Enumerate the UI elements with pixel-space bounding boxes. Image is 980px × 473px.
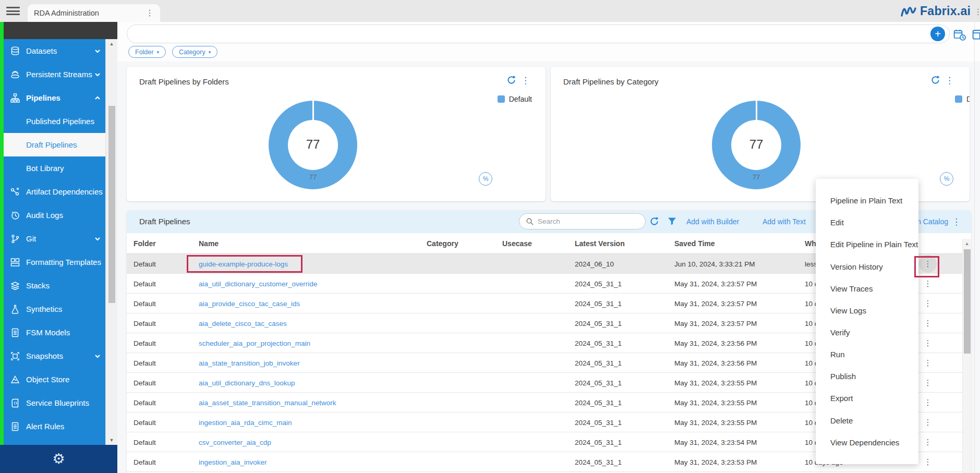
tab-kebab-icon[interactable]: ⋮ (146, 9, 154, 17)
category-filter-chip[interactable]: Category ▾ (172, 46, 217, 58)
schedule-view-icon[interactable] (953, 29, 966, 41)
sidebar-item[interactable]: Datasets (4, 39, 105, 63)
scroll-up-arrow-icon[interactable]: ▲ (106, 41, 117, 46)
top-right-kebab-icon[interactable]: ⋮ (974, 7, 980, 17)
sidebar-item[interactable]: Published Pipelines (4, 110, 105, 133)
sidebar-item[interactable]: Persistent Streams (4, 63, 105, 86)
sidebar-item[interactable]: Alert Rules (4, 415, 105, 438)
percent-toggle-icon[interactable]: % (479, 172, 492, 186)
row-actions-kebab-icon[interactable]: ⋮ (923, 334, 933, 352)
sidebar-item[interactable]: Object Store (4, 368, 105, 391)
add-with-builder-link[interactable]: Add with Builder (686, 217, 739, 226)
chevron-icon[interactable] (94, 47, 101, 55)
chevron-icon[interactable] (94, 71, 101, 78)
percent-toggle-icon[interactable]: % (940, 172, 953, 186)
menu-item[interactable]: Edit Pipeline in Plain Text (816, 240, 918, 249)
pipeline-name-link[interactable]: aia_state_transition_job_invoker (199, 359, 300, 367)
sidebar-item-label: Artifact Dependencies (26, 187, 103, 196)
table-search-box[interactable] (519, 213, 646, 229)
panel-kebab-icon[interactable]: ⋮ (952, 216, 961, 227)
sidebar-scrollbar-thumb[interactable] (108, 106, 115, 303)
menu-item[interactable]: View Dependencies (816, 438, 918, 447)
menu-item[interactable]: Run (816, 350, 918, 359)
pipeline-name-link[interactable]: ingestion_aia_invoker (199, 458, 267, 466)
refresh-icon[interactable] (930, 75, 940, 85)
pipeline-name-link[interactable]: aia_util_dictionary_dns_lookup (199, 379, 295, 386)
chevron-icon[interactable] (94, 353, 101, 360)
row-actions-kebab-icon[interactable]: ⋮ (923, 374, 933, 392)
pipeline-name-link[interactable]: aia_delete_cisco_tac_cases (199, 319, 287, 327)
sidebar-item[interactable]: Bot Library (4, 156, 105, 180)
app-tab[interactable]: RDA Administration ⋮ (28, 4, 160, 22)
row-actions-kebab-icon[interactable]: ⋮ (923, 453, 933, 471)
row-actions-kebab-icon[interactable]: ⋮ (923, 295, 933, 312)
sidebar-item[interactable]: Audit Logs (4, 203, 105, 227)
sidebar-item-label: Datasets (26, 46, 57, 55)
table-scrollbar[interactable]: ▲ (962, 239, 971, 473)
menu-item[interactable]: Edit (816, 218, 918, 227)
row-actions-kebab-icon[interactable]: ⋮ (919, 255, 937, 273)
cell-latest-version: 2024_05_31_1 (575, 458, 622, 466)
cell-saved-time: May 31, 2024, 3:23:55 PM (674, 398, 757, 406)
menu-item[interactable]: Pipeline in Plain Text (816, 196, 918, 205)
folder-chip-label: Folder (135, 48, 153, 56)
sidebar-item[interactable]: FSM Models (4, 321, 105, 344)
sidebar-item[interactable]: Formatting Templates (4, 250, 105, 274)
cell-folder: Default (134, 398, 156, 406)
table-search-input[interactable] (538, 217, 626, 225)
global-search-input[interactable] (137, 28, 914, 40)
sidebar-item-icon (10, 304, 21, 315)
cell-saved-time: May 31, 2024, 3:23:56 PM (674, 359, 757, 367)
pipeline-name-link[interactable]: guide-example-produce-logs (199, 260, 288, 268)
pipeline-name-link[interactable]: aia_provide_cisco_tac_case_ids (199, 299, 300, 307)
row-actions-kebab-icon[interactable]: ⋮ (923, 414, 933, 431)
menu-item[interactable]: View Logs (816, 306, 918, 315)
menu-item[interactable]: Verify (816, 328, 918, 337)
global-search-bar[interactable]: + (127, 25, 950, 43)
table-scrollbar-thumb[interactable] (964, 249, 971, 354)
sidebar-item[interactable]: Stacks (4, 274, 105, 297)
filter-funnel-icon[interactable] (668, 217, 676, 226)
cell-saved-time: May 31, 2024, 3:23:56 PM (674, 339, 757, 347)
sidebar-item[interactable]: Snapshots (4, 344, 105, 368)
sidebar-item[interactable]: Git (4, 227, 105, 250)
pipeline-name-link[interactable]: aia_util_dictionary_customer_override (199, 280, 317, 287)
menu-item[interactable]: Version History (816, 262, 918, 271)
pipeline-name-link[interactable]: scheduler_aia_por_projection_main (199, 339, 310, 347)
add-with-text-link[interactable]: Add with Text (763, 217, 806, 226)
folder-filter-chip[interactable]: Folder ▾ (128, 46, 166, 58)
card-kebab-icon[interactable]: ⋮ (521, 75, 530, 86)
add-button[interactable]: + (930, 27, 945, 41)
donut-slice-gap (312, 101, 314, 120)
row-actions-kebab-icon[interactable]: ⋮ (923, 275, 933, 293)
refresh-icon[interactable] (649, 216, 659, 226)
chevron-icon[interactable] (94, 235, 101, 242)
sidebar-item[interactable]: Draft Pipelines (4, 133, 105, 156)
sidebar-item[interactable]: Synthetics (4, 297, 105, 321)
scroll-down-arrow-icon[interactable]: ▼ (106, 438, 117, 443)
row-actions-kebab-icon[interactable]: ⋮ (923, 433, 933, 451)
hamburger-menu-icon[interactable] (6, 7, 20, 15)
refresh-icon[interactable] (506, 75, 516, 85)
menu-item[interactable]: Delete (816, 416, 918, 425)
card-kebab-icon[interactable]: ⋮ (945, 75, 954, 86)
menu-item[interactable]: Publish (816, 372, 918, 381)
layout-view-icon[interactable] (972, 29, 980, 41)
pipeline-name-link[interactable]: csv_converter_aia_cdp (199, 438, 271, 446)
pipeline-name-link[interactable]: aia_asset_state_transition_manual_networ… (199, 398, 336, 406)
row-actions-kebab-icon[interactable]: ⋮ (923, 354, 933, 372)
sidebar-scrollbar[interactable]: ▲ ▼ (105, 39, 117, 445)
menu-item[interactable]: View Traces (816, 284, 918, 293)
sidebar-item[interactable]: Artifact Dependencies (4, 180, 105, 203)
sidebar-item[interactable]: Service Blueprints (4, 391, 105, 415)
menu-item[interactable]: Export (816, 394, 918, 403)
pipeline-name-link[interactable]: ingestion_aia_rda_cimc_main (199, 418, 292, 426)
legend-swatch (498, 95, 505, 103)
row-actions-kebab-icon[interactable]: ⋮ (923, 314, 933, 332)
scroll-up-arrow-icon[interactable]: ▲ (963, 241, 971, 246)
chevron-icon[interactable] (94, 94, 101, 102)
sidebar-item[interactable]: Pipelines (4, 86, 105, 110)
row-actions-kebab-icon[interactable]: ⋮ (923, 394, 933, 411)
settings-gear-icon[interactable]: ⚙ (52, 451, 65, 467)
donut-center-value: 77 (269, 137, 357, 152)
